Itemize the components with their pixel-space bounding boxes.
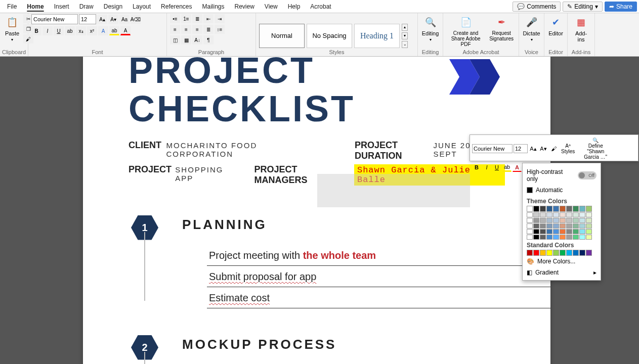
mini-size-input[interactable] [514, 144, 528, 153]
mini-grow-font[interactable]: A▴ [529, 144, 538, 153]
tab-help[interactable]: Help [283, 1, 306, 12]
color-swatch[interactable] [533, 235, 539, 240]
comments-button[interactable]: 💬 Comments [513, 2, 561, 12]
editing-mode-button[interactable]: ✎ Editing ▾ [563, 2, 603, 12]
color-swatch[interactable] [586, 212, 592, 217]
color-swatch[interactable] [579, 223, 585, 229]
color-swatch[interactable] [566, 212, 572, 217]
color-swatch[interactable] [546, 212, 552, 217]
color-swatch[interactable] [586, 250, 592, 256]
tab-acrobat[interactable]: Acrobat [305, 1, 336, 12]
color-swatch[interactable] [579, 212, 585, 217]
mini-font-color[interactable]: A [513, 163, 522, 172]
color-swatch[interactable] [553, 250, 559, 256]
clear-formatting-button[interactable]: A⌫ [131, 15, 141, 24]
color-swatch[interactable] [533, 212, 539, 217]
color-swatch[interactable] [566, 223, 572, 229]
text-effects-button[interactable]: A [98, 26, 108, 35]
toggle-switch[interactable]: Off [578, 171, 597, 179]
color-swatch[interactable] [553, 229, 559, 234]
mini-italic[interactable]: I [482, 163, 491, 172]
color-swatch[interactable] [546, 229, 552, 234]
color-swatch[interactable] [566, 250, 572, 256]
color-swatch[interactable] [560, 229, 566, 234]
color-swatch[interactable] [586, 218, 592, 223]
editor-button[interactable]: ✔ Editor [547, 14, 564, 37]
color-swatch[interactable] [586, 223, 592, 229]
superscript-button[interactable]: x² [87, 26, 97, 35]
color-swatch[interactable] [573, 235, 579, 240]
addins-button[interactable]: ▦ Add-ins [571, 14, 591, 43]
share-button[interactable]: ➦ Share [605, 2, 637, 12]
styles-scroll-up[interactable]: ▴ [402, 24, 408, 31]
align-right-button[interactable]: ≡ [192, 25, 202, 34]
color-swatch[interactable] [573, 206, 579, 212]
numbering-button[interactable]: 1≡ [181, 14, 191, 23]
color-swatch[interactable] [573, 223, 579, 229]
styles-scroll-down[interactable]: ▾ [402, 32, 408, 39]
color-swatch[interactable] [560, 212, 566, 217]
color-swatch[interactable] [546, 250, 552, 256]
color-swatch[interactable] [546, 223, 552, 229]
borders-button[interactable]: ▦ [181, 35, 191, 44]
mini-highlight[interactable]: ab [502, 163, 512, 172]
color-swatch[interactable] [546, 206, 552, 212]
high-contrast-toggle-row[interactable]: High-contrast only Off [527, 166, 597, 185]
color-swatch[interactable] [527, 218, 533, 223]
color-swatch[interactable] [546, 235, 552, 240]
color-swatch[interactable] [566, 206, 572, 212]
subscript-button[interactable]: x₂ [76, 26, 86, 35]
decrease-indent-button[interactable]: ⇤ [203, 14, 214, 23]
show-marks-button[interactable]: ¶ [203, 35, 214, 44]
color-swatch[interactable] [540, 212, 546, 217]
color-swatch[interactable] [527, 229, 533, 234]
mini-font-input[interactable] [472, 144, 513, 153]
align-center-button[interactable]: ≡ [181, 25, 191, 34]
paste-button[interactable]: 📋 Paste ▾ [3, 14, 21, 43]
font-color-button[interactable]: A [120, 26, 131, 35]
color-swatch[interactable] [553, 235, 559, 240]
color-swatch[interactable] [546, 218, 552, 223]
color-swatch[interactable] [560, 235, 566, 240]
line-spacing-button[interactable]: ↕≡ [215, 25, 225, 34]
font-family-input[interactable] [31, 14, 78, 24]
color-swatch[interactable] [566, 229, 572, 234]
multilevel-button[interactable]: ≣ [192, 14, 202, 23]
document-page[interactable]: PROJECT CHECKLIST CLIENT MOCHARINTO FOOD… [83, 57, 550, 364]
strikethrough-button[interactable]: ab [65, 26, 75, 35]
color-swatch[interactable] [527, 223, 533, 229]
bold-button[interactable]: B [31, 26, 41, 35]
task-row[interactable]: Estimate cost [207, 287, 551, 308]
mini-shrink-font[interactable]: A▾ [539, 144, 548, 153]
tab-file[interactable]: File [2, 1, 22, 12]
tab-design[interactable]: Design [99, 1, 127, 12]
color-swatch[interactable] [560, 218, 566, 223]
gradient-row[interactable]: ◧ Gradient ▸ [527, 267, 597, 278]
styles-expand[interactable]: ⌄ [402, 41, 408, 48]
color-swatch[interactable] [586, 229, 592, 234]
request-signatures-button[interactable]: ✒ Request Signatures [487, 14, 516, 42]
align-left-button[interactable]: ≡ [170, 25, 180, 34]
highlight-button[interactable]: ab [109, 26, 119, 35]
color-swatch[interactable] [579, 206, 585, 212]
color-swatch[interactable] [573, 229, 579, 234]
mini-styles-button[interactable]: Aᵃ Styles [559, 142, 577, 155]
create-share-pdf-button[interactable]: 📄 Create and Share Adobe PDF [446, 14, 485, 48]
font-size-input[interactable] [79, 14, 96, 24]
tab-draw[interactable]: Draw [74, 1, 99, 12]
task-row[interactable]: Project meeting with the whole team [207, 245, 551, 266]
grow-font-button[interactable]: A▴ [97, 15, 107, 24]
color-swatch[interactable] [560, 223, 566, 229]
style-heading-1[interactable]: Heading 1 [354, 24, 400, 48]
editing-group-button[interactable]: 🔍 Editing ▾ [421, 14, 440, 43]
underline-button[interactable]: U [54, 26, 64, 35]
color-swatch[interactable] [573, 212, 579, 217]
color-swatch[interactable] [527, 235, 533, 240]
color-swatch[interactable] [586, 206, 592, 212]
style-no-spacing[interactable]: No Spacing [307, 24, 352, 48]
color-swatch[interactable] [540, 206, 546, 212]
color-swatch[interactable] [533, 218, 539, 223]
color-swatch[interactable] [566, 218, 572, 223]
tab-view[interactable]: View [260, 1, 283, 12]
color-swatch[interactable] [579, 218, 585, 223]
